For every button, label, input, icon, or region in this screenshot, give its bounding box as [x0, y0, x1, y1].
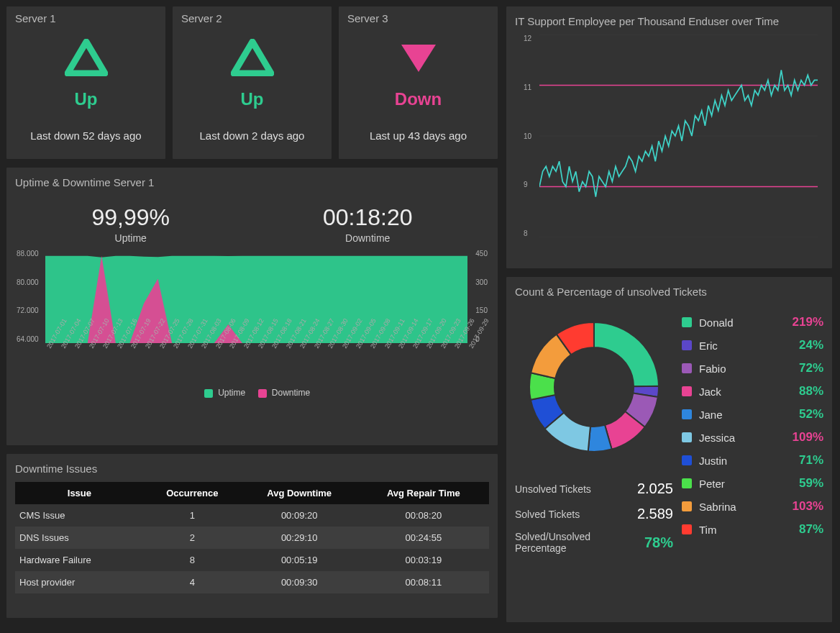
tickets-legend-row[interactable]: Donald219% — [682, 311, 823, 334]
server-name: Server 1 — [15, 12, 56, 24]
legend-name: Jack — [699, 386, 799, 398]
pct-value: 78% — [644, 534, 673, 551]
tickets-legend-row[interactable]: Peter59% — [682, 472, 823, 495]
server-last-text: Last down 2 days ago — [200, 129, 305, 142]
table-cell: 1 — [144, 504, 241, 527]
table-cell: 2 — [144, 527, 241, 549]
tickets-legend-row[interactable]: Tim87% — [682, 518, 823, 541]
pct-label: Solved/Unsolved Percentage — [515, 531, 608, 554]
legend-name: Peter — [699, 478, 799, 490]
legend-swatch — [682, 340, 692, 350]
table-cell: DNS Issues — [15, 527, 144, 549]
legend-pct: 71% — [799, 453, 823, 468]
table-cell: CMS Issue — [15, 504, 144, 527]
uptime-legend-swatch — [204, 389, 213, 398]
server-status: Up — [241, 89, 264, 109]
table-header: Occurrence — [144, 482, 241, 504]
legend-swatch — [682, 386, 692, 396]
server-name: Server 3 — [347, 12, 388, 24]
uptime-chart: 88.00080.00072.00064.000 4503001500 2017… — [15, 250, 489, 358]
server-name: Server 2 — [181, 12, 222, 24]
legend-swatch — [682, 501, 692, 511]
it-support-chart-card: IT Support Employee per Thousand Enduser… — [506, 6, 833, 269]
table-cell: 00:03:19 — [358, 549, 489, 571]
downtime-legend-swatch — [258, 389, 267, 398]
legend-swatch — [682, 478, 692, 488]
table-row[interactable]: Host provider400:09:3000:08:11 — [15, 571, 489, 593]
table-cell: 00:05:19 — [241, 549, 358, 571]
legend-pct: 219% — [793, 315, 823, 329]
downtime-label: Downtime — [323, 232, 413, 244]
legend-pct: 87% — [799, 522, 823, 537]
solved-label: Solved Tickets — [515, 509, 580, 520]
table-cell: 00:09:20 — [241, 504, 358, 527]
tickets-legend-row[interactable]: Jack88% — [682, 380, 823, 403]
downtime-issues-table: IssueOccurrenceAvg DowntimeAvg Repair Ti… — [15, 482, 489, 593]
tickets-legend-row[interactable]: Eric24% — [682, 334, 823, 357]
unsolved-label: Unsolved Tickets — [515, 483, 591, 495]
server-last-text: Last down 52 days ago — [30, 129, 141, 142]
table-header: Avg Downtime — [241, 482, 358, 504]
server-status: Up — [75, 89, 98, 109]
downtime-value: 00:18:20 — [323, 204, 413, 231]
legend-swatch — [682, 363, 692, 373]
tickets-card-title: Count & Percentage of unsolved Tickets — [515, 283, 823, 305]
table-row[interactable]: Hardware Failure800:05:1900:03:19 — [15, 549, 489, 571]
server-card-1[interactable]: Server 1UpLast down 52 days ago — [6, 6, 166, 160]
downtime-issues-title: Downtime Issues — [15, 460, 489, 482]
legend-name: Jane — [699, 409, 799, 421]
table-cell: 00:24:55 — [358, 527, 489, 549]
legend-swatch — [682, 524, 692, 534]
table-cell: 00:09:30 — [241, 571, 358, 593]
legend-name: Jessica — [699, 432, 793, 444]
legend-name: Donald — [699, 316, 793, 329]
table-cell: Hardware Failure — [15, 549, 144, 571]
table-cell: 4 — [144, 571, 241, 593]
table-header: Avg Repair Time — [358, 482, 489, 504]
legend-name: Sabrina — [699, 501, 793, 513]
svg-marker-2 — [401, 45, 436, 72]
triangle-up-icon — [231, 39, 274, 79]
triangle-up-icon — [65, 39, 108, 79]
legend-pct: 109% — [793, 430, 823, 445]
tickets-legend-row[interactable]: Justin71% — [682, 449, 823, 472]
uptime-card: Uptime & Downtime Server 1 99,99% Uptime… — [6, 167, 498, 446]
table-header: Issue — [15, 482, 144, 504]
solved-value: 2.589 — [637, 506, 673, 522]
table-cell: Host provider — [15, 571, 144, 593]
legend-pct: 52% — [799, 407, 823, 422]
svg-marker-0 — [68, 42, 105, 73]
legend-name: Eric — [699, 340, 799, 352]
it-support-chart-title: IT Support Employee per Thousand Enduser… — [515, 12, 823, 35]
tickets-legend-row[interactable]: Jessica109% — [682, 426, 823, 449]
server-card-3[interactable]: Server 3DownLast up 43 days ago — [338, 6, 498, 160]
legend-pct: 24% — [799, 338, 823, 352]
table-cell: 00:29:10 — [241, 527, 358, 549]
uptime-label: Uptime — [91, 232, 170, 244]
server-status-row: Server 1UpLast down 52 days agoServer 2U… — [6, 6, 498, 160]
server-card-2[interactable]: Server 2UpLast down 2 days ago — [172, 6, 332, 160]
legend-pct: 103% — [793, 499, 823, 514]
legend-swatch — [682, 317, 692, 327]
legend-pct: 72% — [799, 361, 823, 375]
server-last-text: Last up 43 days ago — [370, 129, 467, 142]
table-row[interactable]: CMS Issue100:09:2000:08:20 — [15, 504, 489, 527]
uptime-card-title: Uptime & Downtime Server 1 — [15, 173, 489, 196]
table-row[interactable]: DNS Issues200:29:1000:24:55 — [15, 527, 489, 549]
uptime-value: 99,99% — [91, 204, 170, 231]
tickets-legend: Donald219%Eric24%Fabio72%Jack88%Jane52%J… — [682, 311, 823, 558]
triangle-down-icon — [397, 39, 440, 79]
downtime-legend-label: Downtime — [272, 388, 310, 398]
tickets-legend-row[interactable]: Fabio72% — [682, 357, 823, 380]
legend-swatch — [682, 432, 692, 442]
legend-name: Fabio — [699, 363, 799, 375]
legend-pct: 88% — [799, 384, 823, 399]
legend-name: Tim — [699, 524, 799, 536]
tickets-legend-row[interactable]: Sabrina103% — [682, 495, 823, 518]
tickets-legend-row[interactable]: Jane52% — [682, 403, 823, 426]
table-cell: 00:08:11 — [358, 571, 489, 593]
uptime-chart-legend: Uptime Downtime — [15, 388, 489, 398]
table-cell: 8 — [144, 549, 241, 571]
svg-marker-1 — [234, 42, 271, 73]
legend-swatch — [682, 455, 692, 465]
